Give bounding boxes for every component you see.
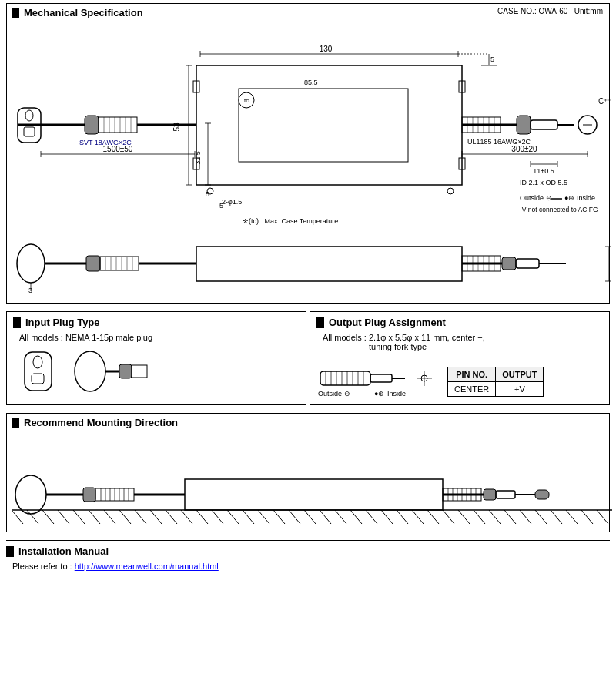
tc-label-inner: tc [244, 97, 249, 104]
hatch-25 [381, 510, 393, 524]
hatch-34 [520, 510, 531, 524]
header-icon [12, 8, 19, 18]
mech-spec-title: Mechanical Specification [24, 7, 143, 18]
hatch-15 [227, 510, 239, 524]
hatch-5 [73, 510, 85, 524]
plug-side-icon [71, 348, 148, 394]
hatch-22 [335, 510, 346, 524]
mounting-title: Recommend Mounting Direction [24, 417, 178, 428]
hatch-37 [566, 510, 578, 524]
outside-label: Outside ⊖ [318, 390, 350, 398]
hatch-6 [89, 510, 100, 524]
table-row-1: CENTER +V [448, 382, 544, 397]
svg-rect-18 [132, 365, 147, 378]
hatch-32 [489, 510, 500, 524]
mounting-header: Recommend Mounting Direction [12, 417, 604, 428]
svg-point-15 [75, 351, 105, 391]
inside-label-top: ●⊕ Inside [564, 194, 595, 202]
table-col2: OUTPUT [496, 367, 544, 382]
plug-pin1 [25, 110, 33, 121]
dim-1500: 1500±50 [103, 145, 133, 153]
hatch-13 [196, 510, 208, 524]
hatch-11 [166, 510, 177, 524]
tc-note: ※(tc) : Max. Case Temperature [243, 217, 338, 225]
dim-id-od: ID 2.1 x OD 5.5 [520, 179, 567, 186]
installation-section: Installation Manual Please refer to : ht… [6, 540, 610, 571]
output-plug-desc2: tuning fork type [369, 342, 603, 351]
install-link[interactable]: http://www.meanwell.com/manual.html [75, 562, 219, 571]
mount-plug [15, 475, 46, 514]
side-plug [17, 244, 45, 283]
hatch-8 [119, 510, 131, 524]
hatch-3 [42, 510, 54, 524]
input-plug-title: Input Plug Type [25, 317, 100, 328]
output-plug-section: Output Plug Assignment All models : 2.1φ… [310, 311, 610, 405]
dim-300: 300±20 [511, 145, 537, 153]
hatch-35 [535, 510, 547, 524]
hatch-39 [597, 510, 608, 524]
hatch-36 [551, 510, 562, 524]
c-label: C⁺⁺ [598, 97, 611, 106]
svg-rect-28 [370, 374, 392, 382]
input-plug-icon [13, 317, 21, 328]
inside-label: Inside [387, 390, 406, 398]
mount-tip-end [535, 490, 549, 499]
mounting-icon [12, 418, 19, 428]
top-view-diagram: 130 5 85.5 tc 53 [12, 23, 604, 235]
outside-label-top: Outside ⊖ [520, 194, 552, 202]
hatch-17 [258, 510, 270, 524]
hatch-30 [458, 510, 470, 524]
mechanical-spec-section: Mechanical Specification CASE NO.: OWA-6… [6, 3, 610, 304]
hatch-38 [581, 510, 593, 524]
strain-relief-right [517, 116, 531, 134]
hatch-20 [304, 510, 316, 524]
side-body [196, 247, 462, 281]
hatch-28 [427, 510, 439, 524]
v-note: -V not connected to AC FG [520, 206, 598, 213]
mount-strain-r [484, 489, 496, 500]
hatch-18 [273, 510, 285, 524]
svg-rect-17 [119, 364, 132, 378]
hatch-7 [104, 510, 116, 524]
side-strain-r [502, 257, 516, 270]
svg-rect-12 [25, 352, 52, 391]
table-col1: PIN NO. [448, 367, 496, 382]
hatch-21 [320, 510, 331, 524]
barrel-connector [531, 120, 557, 129]
dim-85-5: 85.5 [304, 79, 318, 86]
hatch-27 [412, 510, 424, 524]
dim-5-right: 5 [490, 55, 494, 63]
top-view-svg: 130 5 85.5 tc 53 [12, 23, 616, 235]
hatch-19 [289, 510, 300, 524]
dim-phi: 2-φ1.5 [222, 198, 242, 206]
hatch-26 [397, 510, 408, 524]
mount-strain-l [83, 488, 95, 502]
mounting-svg [12, 433, 612, 525]
hatch-23 [350, 510, 362, 524]
hatch-9 [135, 510, 146, 524]
main-body [196, 65, 462, 185]
output-table: PIN NO. OUTPUT CENTER +V [447, 367, 544, 397]
output-plug-header: Output Plug Assignment [316, 317, 603, 328]
side-strain-l [86, 256, 100, 271]
dim-130: 130 [320, 45, 333, 53]
table-output: +V [496, 382, 544, 397]
hatch-10 [150, 510, 162, 524]
hatch-14 [212, 510, 223, 524]
input-plug-section: Input Plug Type All models : NEMA 1-15p … [6, 311, 306, 405]
hatch-16 [243, 510, 254, 524]
plug-slot [24, 127, 35, 136]
side-barrel [516, 259, 539, 268]
polarity-sym: ●⊕ [374, 390, 384, 398]
strain-relief-left [85, 116, 99, 134]
mount-body [185, 479, 443, 510]
input-plug-desc: All models : NEMA 1-15p male plug [19, 333, 152, 342]
output-plug-title: Output Plug Assignment [329, 317, 446, 328]
mounting-section: Recommend Mounting Direction [6, 413, 610, 532]
hatch-24 [366, 510, 377, 524]
side-view-svg: 53 3 [12, 235, 616, 297]
page: Mechanical Specification CASE NO.: OWA-6… [0, 0, 616, 574]
hatch-4 [58, 510, 69, 524]
lower-sections: Input Plug Type All models : NEMA 1-15p … [6, 311, 610, 405]
install-icon [6, 546, 14, 557]
